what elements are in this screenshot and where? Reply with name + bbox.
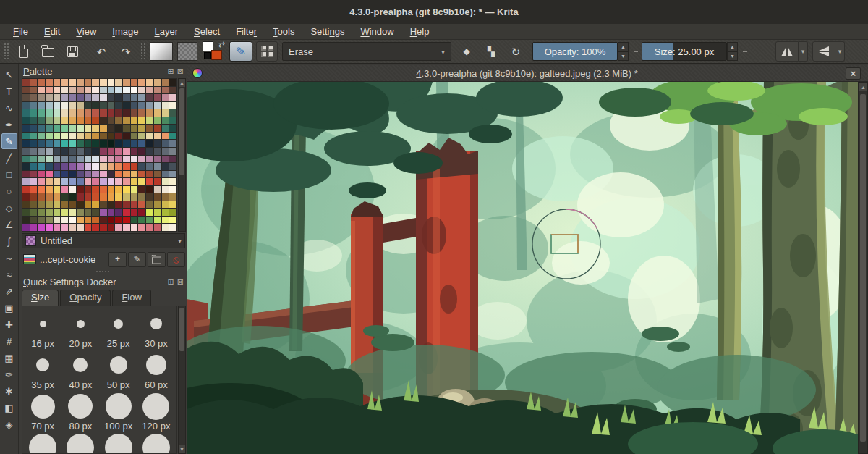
- palette-swatch[interactable]: [85, 140, 92, 147]
- palette-swatch[interactable]: [30, 79, 38, 86]
- palette-swatch[interactable]: [154, 217, 161, 224]
- palette-swatch[interactable]: [69, 94, 76, 101]
- palette-swatch[interactable]: [162, 117, 169, 125]
- palette-swatch[interactable]: [123, 201, 130, 209]
- palette-swatch[interactable]: [85, 201, 92, 209]
- palette-swatch[interactable]: [100, 224, 107, 231]
- palette-swatch[interactable]: [61, 163, 68, 170]
- brush-size-option[interactable]: 80 px: [61, 392, 99, 432]
- palette-swatch[interactable]: [77, 163, 84, 170]
- palette-swatch[interactable]: [123, 102, 130, 109]
- toolbar-drag-handle[interactable]: [4, 43, 9, 60]
- palette-swatch[interactable]: [38, 140, 45, 147]
- palette-swatch[interactable]: [54, 193, 61, 201]
- brush-size-option[interactable]: 50 px: [100, 350, 137, 390]
- palette-swatch[interactable]: [38, 125, 45, 132]
- tool-calligraphy[interactable]: ✒: [1, 117, 17, 133]
- palette-swatch[interactable]: [100, 133, 107, 140]
- palette-swatch[interactable]: [38, 117, 45, 125]
- palette-swatch[interactable]: [131, 224, 138, 231]
- palette-swatch[interactable]: [61, 79, 68, 86]
- palette-swatch[interactable]: [108, 87, 115, 94]
- palette-swatch[interactable]: [69, 133, 76, 140]
- palette-swatch[interactable]: [92, 209, 99, 216]
- palette-swatch[interactable]: [38, 171, 45, 178]
- palette-swatch[interactable]: [123, 217, 130, 224]
- palette-swatch[interactable]: [77, 148, 84, 155]
- palette-swatch[interactable]: [85, 109, 92, 117]
- palette-swatch[interactable]: [30, 201, 38, 209]
- palette-swatch[interactable]: [85, 79, 92, 86]
- palette-swatch[interactable]: [38, 224, 45, 231]
- palette-swatch[interactable]: [123, 224, 130, 231]
- palette-swatch[interactable]: [162, 94, 169, 101]
- palette-swatch[interactable]: [85, 193, 92, 201]
- palette-swatch[interactable]: [38, 193, 45, 201]
- palette-swatch[interactable]: [46, 125, 53, 132]
- palette-swatch[interactable]: [92, 79, 99, 86]
- palette-swatch[interactable]: [46, 193, 53, 201]
- brush-size-option[interactable]: 16 px: [24, 309, 61, 349]
- palette-swatch[interactable]: [54, 163, 61, 170]
- palette-swatch[interactable]: [77, 94, 84, 101]
- palette-swatch[interactable]: [146, 178, 153, 185]
- palette-swatch[interactable]: [46, 102, 53, 109]
- palette-swatch[interactable]: [54, 79, 61, 86]
- palette-swatch[interactable]: [77, 117, 84, 125]
- palette-swatch[interactable]: [169, 94, 176, 101]
- palette-swatch[interactable]: [154, 87, 161, 94]
- palette-swatch[interactable]: [146, 186, 153, 193]
- palette-swatch[interactable]: [169, 117, 176, 125]
- palette-swatch[interactable]: [115, 224, 122, 231]
- palette-name-dropdown[interactable]: Untitled ▾: [22, 233, 185, 248]
- palette-swatch[interactable]: [108, 117, 115, 125]
- palette-swatch[interactable]: [69, 79, 76, 86]
- palette-swatch[interactable]: [108, 186, 115, 193]
- scrollbar-handle[interactable]: [860, 94, 866, 442]
- palette-swatch[interactable]: [54, 109, 61, 117]
- tool-line[interactable]: ╱: [1, 150, 17, 166]
- palette-swatch[interactable]: [22, 140, 30, 147]
- close-docker-icon[interactable]: ⊠: [177, 67, 184, 76]
- palette-swatch[interactable]: [169, 193, 176, 201]
- palette-swatch[interactable]: [92, 186, 99, 193]
- palette-swatch[interactable]: [146, 171, 153, 178]
- palette-swatch[interactable]: [169, 217, 176, 224]
- eraser-mode-button[interactable]: ◆: [456, 41, 477, 62]
- palette-swatch[interactable]: [162, 224, 169, 231]
- palette-swatch[interactable]: [115, 156, 122, 163]
- palette-swatch[interactable]: [115, 201, 122, 209]
- palette-swatch[interactable]: [69, 87, 76, 94]
- brush-size-option[interactable]: 35 px: [24, 350, 61, 390]
- palette-swatch[interactable]: [138, 140, 145, 147]
- tool-ellipse[interactable]: ○: [1, 183, 17, 199]
- menu-item[interactable]: Tools: [265, 25, 302, 38]
- palette-swatch[interactable]: [100, 171, 107, 178]
- palette-swatch[interactable]: [22, 125, 30, 132]
- palette-scrollbar[interactable]: ▲: [178, 78, 186, 232]
- palette-swatch[interactable]: [154, 148, 161, 155]
- palette-swatch[interactable]: [46, 217, 53, 224]
- palette-swatch[interactable]: [22, 193, 30, 201]
- tool-freehand-path[interactable]: ～: [1, 250, 17, 266]
- palette-swatch[interactable]: [30, 140, 38, 147]
- palette-swatch[interactable]: [138, 224, 145, 231]
- palette-swatch[interactable]: [92, 217, 99, 224]
- palette-swatch[interactable]: [38, 148, 45, 155]
- palette-swatch[interactable]: [54, 148, 61, 155]
- palette-swatch[interactable]: [22, 133, 30, 140]
- palette-swatch[interactable]: [154, 102, 161, 109]
- gradient-chooser-button[interactable]: [150, 42, 173, 61]
- palette-swatch[interactable]: [115, 217, 122, 224]
- palette-swatch[interactable]: [100, 209, 107, 216]
- palette-swatch[interactable]: [138, 193, 145, 201]
- palette-swatch[interactable]: [115, 109, 122, 117]
- palette-swatch[interactable]: [61, 117, 68, 125]
- palette-swatch[interactable]: [162, 148, 169, 155]
- palette-swatch[interactable]: [108, 163, 115, 170]
- palette-swatch[interactable]: [154, 125, 161, 132]
- palette-swatch[interactable]: [123, 125, 130, 132]
- palette-swatch[interactable]: [46, 133, 53, 140]
- palette-swatch[interactable]: [154, 109, 161, 117]
- palette-swatch[interactable]: [77, 201, 84, 209]
